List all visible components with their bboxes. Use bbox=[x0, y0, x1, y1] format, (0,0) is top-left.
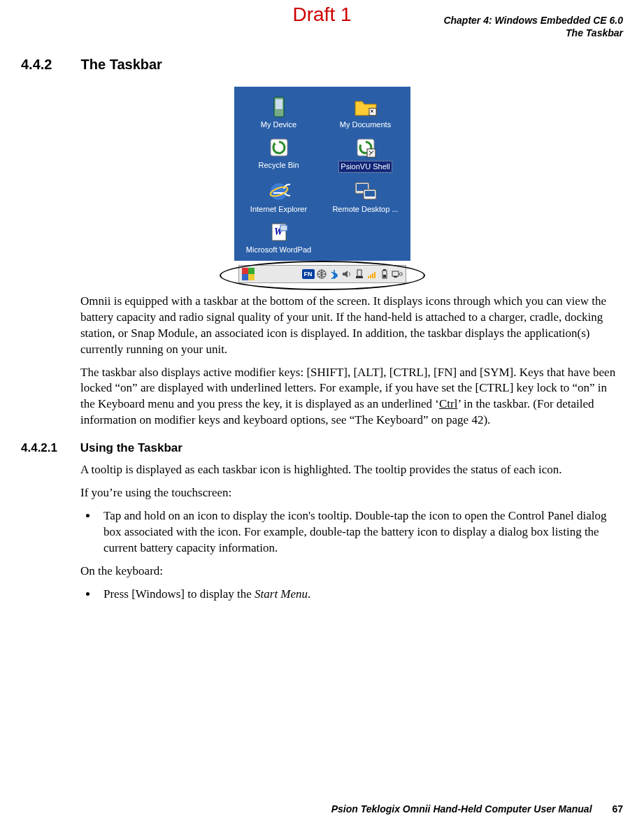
recycle-icon bbox=[267, 136, 291, 159]
svg-rect-14 bbox=[280, 225, 287, 231]
device-icon bbox=[267, 95, 291, 119]
wordpad-icon: W bbox=[267, 220, 291, 244]
pc-connection-icon[interactable] bbox=[392, 268, 403, 280]
fn-indicator-icon[interactable]: FN bbox=[302, 269, 315, 279]
bullet-list: Press [Windows] to display the Start Men… bbox=[80, 587, 623, 603]
footer-title: Psion Teklogix Omnii Hand-Held Computer … bbox=[331, 803, 592, 815]
svg-rect-26 bbox=[394, 276, 397, 278]
paragraph: A tooltip is displayed as each taskbar i… bbox=[80, 462, 623, 478]
subsection-title: Using the Taskbar bbox=[80, 441, 183, 454]
desktop-label: Remote Desktop ... bbox=[332, 205, 398, 213]
bluetooth-icon[interactable] bbox=[329, 268, 340, 280]
subsection-number: 4.4.2.1 bbox=[21, 441, 77, 455]
desktop-label: Microsoft WordPad bbox=[246, 245, 311, 254]
paragraph: On the keyboard: bbox=[80, 564, 623, 580]
shell-icon bbox=[354, 136, 378, 159]
taskbar-callout: FN bbox=[234, 261, 410, 283]
desktop-icon-internet-explorer[interactable]: Internet Explorer bbox=[238, 178, 320, 215]
svg-rect-11 bbox=[365, 191, 375, 196]
remote-desktop-icon bbox=[354, 180, 378, 203]
running-header-section: The Taskbar bbox=[21, 27, 623, 39]
desktop-label: Internet Explorer bbox=[250, 205, 307, 213]
svg-rect-19 bbox=[370, 275, 371, 278]
network-icon[interactable] bbox=[316, 268, 327, 280]
footer-page-number: 67 bbox=[612, 803, 623, 815]
section-number: 4.4.2 bbox=[21, 57, 77, 73]
page-footer: Psion Teklogix Omnii Hand-Held Computer … bbox=[331, 803, 623, 815]
desktop-label: Recycle Bin bbox=[258, 161, 299, 169]
battery-icon[interactable] bbox=[379, 268, 390, 280]
list-item: Press [Windows] to display the Start Men… bbox=[98, 587, 623, 603]
desktop-icon-wordpad[interactable]: W Microsoft WordPad bbox=[238, 219, 320, 255]
desktop-icon-recycle-bin[interactable]: Recycle Bin bbox=[238, 134, 320, 173]
list-item: Tap and hold on an icon to display the i… bbox=[98, 508, 623, 557]
svg-rect-24 bbox=[383, 275, 386, 278]
section-heading: 4.4.2 The Taskbar bbox=[21, 57, 623, 73]
ce-taskbar[interactable]: FN bbox=[238, 265, 406, 283]
start-button-icon[interactable] bbox=[242, 268, 255, 280]
subsection-heading: 4.4.2.1 Using the Taskbar bbox=[21, 441, 623, 455]
paragraph: Omnii is equipped with a taskbar at the … bbox=[80, 294, 623, 358]
svg-rect-20 bbox=[372, 273, 373, 278]
ce-desktop: My Device My Documents Recycle Bin Psion… bbox=[234, 87, 410, 260]
dock-icon[interactable] bbox=[354, 268, 365, 280]
desktop-label: My Device bbox=[261, 120, 296, 129]
desktop-label: PsionVU Shell bbox=[338, 161, 392, 172]
volume-icon[interactable] bbox=[341, 268, 352, 280]
ie-icon bbox=[267, 180, 291, 203]
desktop-icon-psionvu-shell[interactable]: PsionVU Shell bbox=[325, 134, 406, 173]
svg-rect-18 bbox=[368, 276, 369, 278]
desktop-icon-remote-desktop[interactable]: Remote Desktop ... bbox=[325, 178, 406, 215]
signal-icon[interactable] bbox=[366, 268, 378, 280]
svg-rect-17 bbox=[356, 276, 363, 278]
folder-icon bbox=[354, 95, 378, 119]
bullet-list: Tap and hold on an icon to display the i… bbox=[80, 508, 623, 557]
desktop-icon-my-device[interactable]: My Device bbox=[238, 94, 320, 130]
watermark-draft: Draft 1 bbox=[292, 3, 351, 26]
svg-rect-21 bbox=[374, 272, 375, 278]
section-title: The Taskbar bbox=[81, 57, 162, 72]
svg-rect-23 bbox=[383, 269, 386, 271]
svg-rect-16 bbox=[357, 270, 362, 276]
svg-rect-1 bbox=[276, 99, 282, 109]
desktop-label: My Documents bbox=[340, 120, 391, 129]
embedded-screenshot: My Device My Documents Recycle Bin Psion… bbox=[234, 87, 410, 282]
paragraph: If you’re using the touchscreen: bbox=[80, 485, 623, 501]
paragraph: The taskbar also displays active modifie… bbox=[80, 365, 623, 429]
desktop-icon-my-documents[interactable]: My Documents bbox=[325, 94, 406, 130]
svg-rect-25 bbox=[392, 271, 399, 276]
